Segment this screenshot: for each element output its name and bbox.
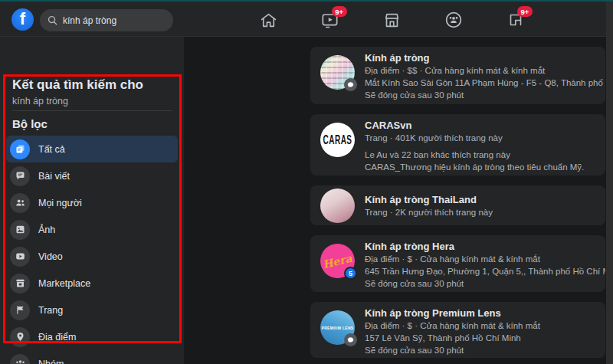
result-hours: Sẽ đóng cửa sau 30 phút xyxy=(365,89,595,101)
top-navigation-bar: f kính áp tròng 9+ xyxy=(0,2,613,37)
search-query-text: kính áp tròng xyxy=(63,15,116,26)
result-text: Kính áp tròng ThaiLand Trang · 2K người … xyxy=(365,193,493,218)
search-input[interactable]: kính áp tròng xyxy=(40,9,173,31)
filter-all[interactable]: Tất cả xyxy=(6,136,178,162)
result-meta: Địa điểm · $ · Cửa hàng kính mát & kính … xyxy=(365,320,540,332)
filter-pages[interactable]: Trang xyxy=(6,297,178,323)
result-text: Kính áp tròng Địa điểm · $$ · Cửa hàng k… xyxy=(365,51,595,100)
filter-label: Bài viết xyxy=(38,171,70,182)
filter-label: Marketplace xyxy=(38,278,90,289)
home-tab[interactable] xyxy=(253,5,284,35)
result-text: Kính áp tròng Premium Lens Địa điểm · $ … xyxy=(365,307,540,353)
filter-posts[interactable]: Bài viết xyxy=(6,162,178,189)
result-meta: Trang · 2K người thích trang này xyxy=(365,206,493,218)
groups-icon xyxy=(444,10,464,30)
people-icon xyxy=(15,197,26,208)
result-title[interactable]: Kính áp tròng ThaiLand xyxy=(365,193,493,206)
pages-flag-icon xyxy=(15,304,26,316)
result-address: 157 Lê Văn Sỹ, Thành phố Hồ Chí Minh xyxy=(365,332,540,344)
vertical-scrollbar[interactable] xyxy=(606,2,613,364)
result-social-context: Le Au và 22 bạn khác thích trang này xyxy=(365,149,584,161)
avatar-logo-text: PREMIUM LENS xyxy=(322,326,354,330)
results-list: Kính áp tròng Địa điểm · $$ · Cửa hàng k… xyxy=(310,47,605,358)
result-card[interactable]: Hera 5 Kính áp tròng Hera Địa điểm · $ ·… xyxy=(310,235,605,292)
marketplace-icon xyxy=(382,11,402,30)
filter-label: Video xyxy=(38,251,63,262)
filter-photos[interactable]: Ảnh xyxy=(6,216,178,243)
result-title[interactable]: Kính áp tròng Hera xyxy=(365,240,595,253)
all-results-icon xyxy=(15,143,26,155)
home-icon xyxy=(259,11,278,30)
result-meta: Địa điểm · $ · Cửa hàng kính mát & kính … xyxy=(365,253,595,265)
groups-tab[interactable] xyxy=(438,5,469,35)
places-pin-icon xyxy=(15,331,26,343)
marketplace-tab[interactable] xyxy=(377,5,408,35)
filter-label: Trang xyxy=(38,305,63,316)
result-card[interactable]: CARAS CARASvn Trang · 401K người thích t… xyxy=(310,114,605,175)
result-text: CARASvn Trang · 401K người thích trang n… xyxy=(365,119,584,171)
search-results-area: Kính áp tròng Địa điểm · $$ · Cửa hàng k… xyxy=(184,37,613,364)
search-filters-sidebar: Kết quả tìm kiếm cho kính áp tròng Bộ lọ… xyxy=(0,37,184,364)
sidebar-title: Kết quả tìm kiếm cho xyxy=(12,77,143,93)
sidebar-search-query: kính áp tròng xyxy=(12,96,68,107)
filter-list: Tất cả Bài viết Mọi người xyxy=(6,136,178,364)
filter-label: Ảnh xyxy=(38,225,55,235)
result-description: CARAS_Thương hiệu kính áp tròng theo tiê… xyxy=(365,161,584,173)
result-text: Kính áp tròng Hera Địa điểm · $ · Cửa hà… xyxy=(365,240,595,287)
filter-label: Nhóm xyxy=(38,359,64,364)
result-title[interactable]: Kính áp tròng xyxy=(365,51,595,64)
filter-places[interactable]: Địa điểm xyxy=(6,323,178,350)
photos-icon xyxy=(15,224,26,235)
sidebar-divider xyxy=(12,110,172,111)
filter-marketplace[interactable]: Marketplace xyxy=(6,270,178,297)
topbar-nav-icons: 9+ xyxy=(253,3,531,37)
result-card[interactable]: Kính áp tròng Địa điểm · $$ · Cửa hàng k… xyxy=(310,47,605,104)
result-card[interactable]: PREMIUM LENS Kính áp tròng Premium Lens … xyxy=(310,302,605,358)
result-avatar[interactable] xyxy=(320,189,355,223)
groups-icon xyxy=(15,358,26,364)
watch-notification-badge: 9+ xyxy=(332,6,347,17)
result-avatar[interactable] xyxy=(320,55,355,90)
filter-label: Mọi người xyxy=(38,198,82,208)
result-hours: Sẽ đóng cửa sau 30 phút xyxy=(365,277,595,290)
gaming-notification-badge: 9+ xyxy=(517,6,533,17)
messenger-icon xyxy=(344,333,357,346)
result-title[interactable]: CARASvn xyxy=(365,119,584,132)
result-hours: Sẽ đóng cửa sau 30 phút xyxy=(365,344,540,356)
result-meta: Trang · 401K người thích trang này xyxy=(365,132,584,144)
search-icon xyxy=(48,15,57,25)
result-avatar[interactable]: PREMIUM LENS xyxy=(320,310,355,345)
gaming-tab[interactable]: 9+ xyxy=(500,5,531,35)
facebook-search-page: f kính áp tròng 9+ xyxy=(0,0,613,364)
result-card[interactable]: Kính áp tròng ThaiLand Trang · 2K người … xyxy=(310,185,605,225)
filter-video[interactable]: Video xyxy=(6,243,178,270)
posts-icon xyxy=(15,170,26,182)
facebook-logo[interactable]: f xyxy=(11,8,34,31)
filter-label: Tất cả xyxy=(38,144,65,155)
filter-people[interactable]: Mọi người xyxy=(6,189,178,216)
result-title[interactable]: Kính áp tròng Premium Lens xyxy=(365,307,540,320)
videos-icon xyxy=(15,251,26,262)
watch-tab[interactable]: 9+ xyxy=(315,5,346,35)
result-avatar[interactable]: CARAS xyxy=(320,123,355,157)
avatar-logo-text: CARAS xyxy=(323,133,352,147)
count-badge: 5 xyxy=(344,267,357,280)
filters-heading: Bộ lọc xyxy=(12,117,48,130)
result-address: Mắt Kính Sao Sài Gòn 11A Phạm Hùng - F5 … xyxy=(365,77,595,89)
filter-groups[interactable]: Nhóm xyxy=(6,350,178,364)
marketplace-icon xyxy=(15,277,26,289)
result-meta: Địa điểm · $$ · Cửa hàng kính mát & kính… xyxy=(365,64,595,77)
result-avatar[interactable]: Hera 5 xyxy=(320,244,355,278)
messenger-icon xyxy=(344,78,357,91)
result-address: 645 Trần Hưng Đạo, Phường 1, Quận 5,, Th… xyxy=(365,265,595,277)
filter-label: Địa điểm xyxy=(38,332,76,343)
